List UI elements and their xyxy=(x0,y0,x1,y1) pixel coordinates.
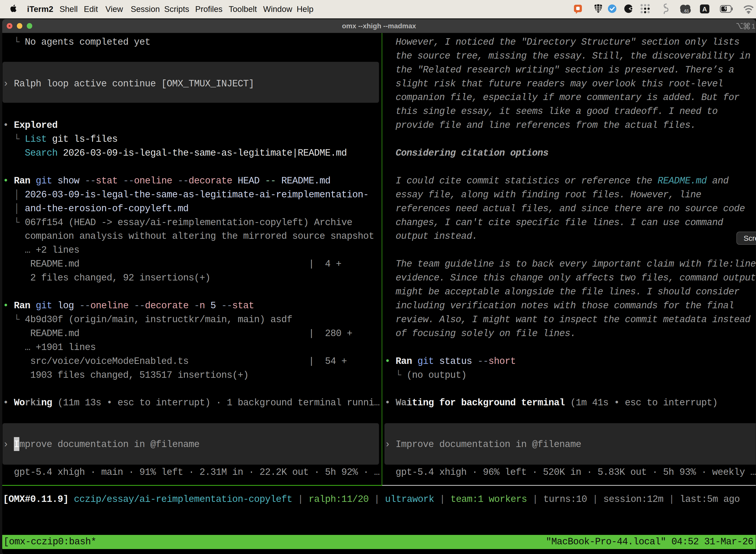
svg-text:A: A xyxy=(702,5,707,13)
svg-text:1: 1 xyxy=(752,22,755,30)
svg-text:..61: ..61 xyxy=(682,9,689,13)
